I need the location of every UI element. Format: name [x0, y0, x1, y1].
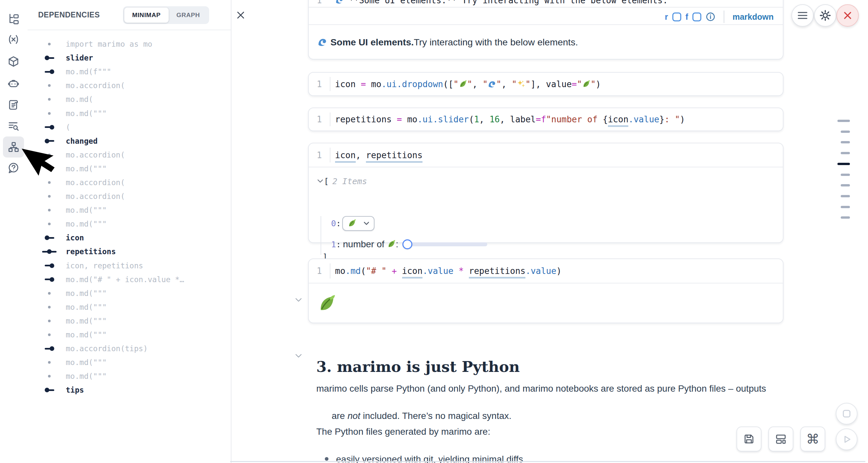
code-cell-expression[interactable]: 1 icon, repetitions [ 2 Items 0: 1: numb…	[308, 143, 783, 243]
code-token	[386, 266, 392, 276]
cell-marker[interactable]	[841, 216, 850, 219]
code-token: )	[680, 115, 685, 124]
code-token: mo	[366, 79, 381, 89]
code-token: 16	[490, 115, 500, 124]
dependency-graph-icon	[7, 141, 20, 153]
code-token: "	[590, 79, 596, 89]
line-number: 1	[309, 115, 330, 124]
cell-marker[interactable]	[841, 152, 850, 154]
code-token	[454, 266, 459, 276]
sidebar-item-help[interactable]	[3, 157, 24, 179]
code-token: ([	[443, 79, 454, 89]
sidebar-item-snippets[interactable]	[3, 94, 24, 116]
wave-emoji	[335, 0, 344, 4]
code-cell-slider[interactable]: 1 repetitions = mo.ui.slider(1, 16, labe…	[308, 107, 783, 131]
wave-emoji	[488, 80, 496, 88]
layout-button[interactable]	[768, 427, 794, 452]
cell-marker[interactable]	[837, 120, 850, 122]
sidebar-item-logs-search[interactable]	[3, 116, 24, 136]
cell-marker[interactable]	[841, 206, 850, 208]
code-token: "	[577, 79, 582, 89]
code-token: repetitions	[469, 266, 525, 279]
output-bold-text: Some UI elements.	[331, 37, 414, 48]
sidebar-item-variables[interactable]	[3, 29, 24, 50]
info-icon[interactable]	[706, 12, 715, 22]
keyboard-shortcuts-button[interactable]: ⌘	[800, 427, 825, 452]
cell-collapse-icon[interactable]	[295, 298, 302, 302]
run-button[interactable]	[836, 429, 858, 450]
stop-icon	[841, 408, 852, 419]
tree-output: [ 2 Items 0: 1: number of : ]	[309, 167, 783, 242]
cell-divider	[309, 7, 783, 7]
code-token: .value	[525, 266, 556, 276]
code-token: "	[496, 79, 501, 89]
slider-thumb[interactable]	[402, 239, 412, 249]
code-token: "# "	[366, 266, 386, 276]
code-token: =	[361, 79, 366, 89]
code-token: icon	[335, 79, 361, 89]
code-token: +	[392, 266, 397, 276]
reactive-checkbox[interactable]	[672, 12, 681, 21]
section-collapse-icon[interactable]	[295, 354, 302, 358]
sidebar-item-ai-assistant[interactable]	[3, 73, 24, 94]
leaf-emoji	[347, 219, 356, 227]
cell-marker[interactable]	[841, 141, 850, 143]
stop-button[interactable]	[836, 403, 858, 425]
code-token: ,	[501, 79, 512, 89]
code-cell-dropdown[interactable]: 1 icon = mo.ui.dropdown(["", "", ""], va…	[308, 72, 783, 96]
code-token: : "	[664, 115, 680, 124]
tree-collapse-icon[interactable]	[317, 179, 323, 183]
line-number: 1	[309, 266, 330, 276]
settings-button[interactable]	[814, 4, 836, 27]
tree-item-count: 2 Items	[332, 177, 367, 186]
paragraph-line: marimo cells parse Python (and only Pyth…	[316, 383, 766, 394]
marimo-app: DEPENDENCIES MINIMAPGRAPH import marimo …	[0, 0, 868, 463]
markdown-output: Some UI elements. Try interacting with t…	[309, 24, 783, 60]
code-line[interactable]: **Some UI elements.** Try interacting wi…	[331, 0, 668, 5]
notebook-menu-button[interactable]	[792, 4, 814, 27]
menu-icon	[797, 11, 808, 20]
heading-output	[317, 293, 336, 315]
shutdown-button[interactable]	[836, 4, 859, 27]
code-token: ,	[356, 150, 366, 160]
cell-marker[interactable]	[841, 174, 850, 176]
command-icon: ⌘	[806, 431, 819, 446]
slider-track[interactable]	[407, 242, 487, 246]
cell-language-button[interactable]: markdown	[733, 12, 774, 22]
markdown-cell-ui-elements[interactable]: 1 **Some UI elements.** Try interacting …	[308, 0, 783, 60]
code-token: repetitions	[335, 115, 397, 124]
sidebar-item-packages[interactable]	[3, 51, 24, 72]
code-token: "	[483, 79, 488, 89]
sidebar-item-file-tree[interactable]	[3, 8, 24, 30]
mouse-cursor	[22, 149, 22, 149]
code-token: .value	[628, 115, 659, 124]
save-button[interactable]	[737, 427, 762, 452]
code-token	[397, 266, 402, 276]
code-line[interactable]: icon = mo.ui.dropdown(["", "", ""], valu…	[331, 79, 601, 89]
cell-marker[interactable]	[841, 130, 850, 133]
cell-marker-active[interactable]	[837, 163, 850, 165]
left-icon-rail	[0, 0, 28, 463]
cell-marker[interactable]	[841, 195, 850, 197]
code-token: =	[536, 115, 541, 124]
dropdown-select[interactable]	[342, 216, 374, 231]
code-line[interactable]: icon, repetitions	[331, 150, 423, 160]
code-token: {	[603, 115, 608, 124]
code-token: icon	[335, 150, 356, 163]
footer-divider	[230, 461, 865, 462]
sidebar-item-dependencies[interactable]	[3, 136, 24, 157]
code-line[interactable]: mo.md("# " + icon.value * repetitions.va…	[331, 266, 562, 276]
markdown-source-line[interactable]: 1 **Some UI elements.** Try interacting …	[309, 0, 783, 5]
tree-row-1-index: 1:	[331, 240, 341, 249]
code-cell-md-expression[interactable]: 1 mo.md("# " + icon.value * repetitions.…	[308, 258, 783, 323]
code-line[interactable]: repetitions = mo.ui.slider(1, 16, label=…	[331, 115, 685, 124]
code-token: (	[469, 115, 474, 124]
cell-marker[interactable]	[841, 184, 850, 186]
list-search-icon	[7, 120, 20, 132]
code-token: =	[572, 79, 577, 89]
close-icon	[843, 11, 852, 20]
leaf-emoji	[582, 80, 590, 88]
code-token: "number of	[546, 115, 603, 124]
format-checkbox[interactable]	[692, 12, 701, 21]
code-token: }	[659, 115, 664, 124]
